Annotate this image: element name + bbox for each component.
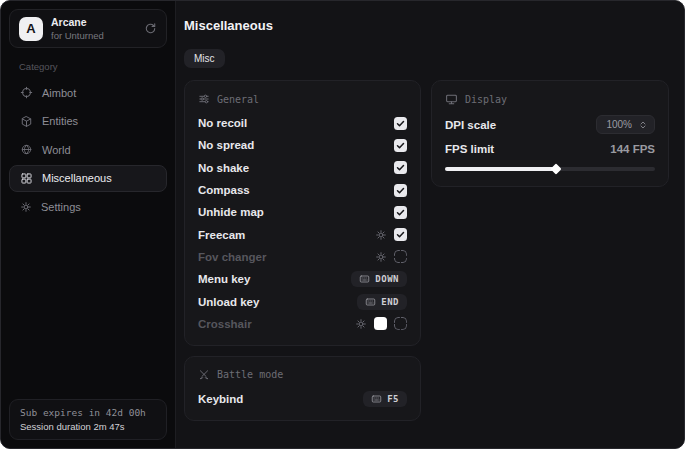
subscription-card: Sub expires in 42d 00h Session duration … <box>9 399 167 440</box>
gear-icon[interactable] <box>375 251 387 263</box>
gear-icon <box>20 201 32 213</box>
color-swatch[interactable] <box>374 317 387 330</box>
left-column: General No recoil No spread No shake Com… <box>184 80 421 421</box>
cube-icon <box>20 115 33 128</box>
battle-mode-card-header: Battle mode <box>198 368 407 382</box>
gear-icon[interactable] <box>355 318 367 330</box>
sync-icon[interactable] <box>144 22 157 35</box>
checkbox-no-spread[interactable] <box>394 139 407 152</box>
setting-row-keybind: Keybind F5 <box>198 388 407 410</box>
setting-label: Compass <box>198 184 250 196</box>
sidebar-item-label: Entities <box>42 115 78 127</box>
main-panel: Miscellaneous Misc General No recoil No … <box>176 1 684 448</box>
keyboard-icon <box>371 394 382 404</box>
setting-row-freecam: Freecam <box>198 223 407 245</box>
sidebar-item-miscellaneous[interactable]: Miscellaneous <box>9 165 167 192</box>
slider-thumb[interactable] <box>551 163 562 174</box>
setting-controls <box>394 206 407 219</box>
checkbox-fov-changer[interactable] <box>394 250 407 263</box>
setting-row-dpi-scale: DPI scale 100% <box>445 112 655 137</box>
setting-controls: F5 <box>363 391 407 407</box>
checkbox-no-recoil[interactable] <box>394 117 407 130</box>
setting-label: Crosshair <box>198 318 252 330</box>
app-logo: A <box>19 17 43 41</box>
grid-icon <box>20 172 33 185</box>
checkbox-crosshair[interactable] <box>394 317 407 330</box>
setting-controls <box>394 161 407 174</box>
checkbox-no-shake[interactable] <box>394 161 407 174</box>
battle-mode-card-title: Battle mode <box>217 369 283 380</box>
sidebar-item-entities[interactable]: Entities <box>9 108 167 135</box>
setting-label: Unload key <box>198 296 259 308</box>
keyboard-icon <box>359 274 370 284</box>
setting-row-unhide-map: Unhide map <box>198 201 407 223</box>
setting-label: Menu key <box>198 273 250 285</box>
setting-row-crosshair: Crosshair <box>198 313 407 335</box>
keybind-button-unload-key[interactable]: END <box>357 294 407 310</box>
setting-controls <box>394 117 407 130</box>
setting-controls <box>394 139 407 152</box>
setting-label: No spread <box>198 139 254 151</box>
app-header: A Arcane for Unturned <box>9 9 167 48</box>
slider-fill <box>445 167 556 171</box>
content-area: General No recoil No spread No shake Com… <box>184 80 669 421</box>
dpi-scale-label: DPI scale <box>445 119 496 131</box>
fps-limit-label: FPS limit <box>445 143 494 155</box>
dpi-scale-select[interactable]: 100% <box>596 115 655 134</box>
sidebar-item-label: Aimbot <box>42 87 76 99</box>
setting-controls <box>375 250 407 263</box>
keybind-button-menu-key[interactable]: DOWN <box>351 271 407 287</box>
setting-row-menu-key: Menu key DOWN <box>198 268 407 290</box>
general-card-header: General <box>198 92 407 106</box>
page-title: Miscellaneous <box>184 18 669 33</box>
fps-limit-slider[interactable] <box>445 162 655 176</box>
setting-controls <box>375 228 407 241</box>
sidebar-item-aimbot[interactable]: Aimbot <box>9 79 167 106</box>
right-column: Display DPI scale 100% FPS limit 144 FPS <box>431 80 669 187</box>
setting-label: Fov changer <box>198 251 266 263</box>
battle-mode-card: Battle mode Keybind F5 <box>184 356 421 421</box>
sidebar-item-label: Miscellaneous <box>42 172 112 184</box>
general-card-title: General <box>217 94 259 105</box>
setting-controls <box>355 317 407 330</box>
general-card: General No recoil No spread No shake Com… <box>184 80 421 346</box>
tab-bar: Misc <box>184 49 669 68</box>
keybind-button-keybind[interactable]: F5 <box>363 391 407 407</box>
battle-mode-rows: Keybind F5 <box>198 388 407 410</box>
checkbox-compass[interactable] <box>394 184 407 197</box>
setting-row-unload-key: Unload key END <box>198 290 407 312</box>
swords-icon <box>198 369 210 381</box>
chevron-updown-icon <box>638 120 648 130</box>
dpi-scale-value: 100% <box>606 119 632 130</box>
sidebar-item-settings[interactable]: Settings <box>9 193 167 220</box>
gear-icon[interactable] <box>375 229 387 241</box>
keyboard-icon <box>365 297 376 307</box>
display-card-header: Display <box>445 92 655 106</box>
sidebar-nav: Aimbot Entities World Miscellaneous Sett… <box>9 79 167 222</box>
setting-label: Freecam <box>198 229 245 241</box>
sidebar-item-label: World <box>42 144 71 156</box>
sidebar-item-world[interactable]: World <box>9 136 167 163</box>
app-title-block: Arcane for Unturned <box>51 16 104 41</box>
fps-limit-value: 144 FPS <box>610 143 655 155</box>
setting-row-no-shake: No shake <box>198 157 407 179</box>
setting-label: Unhide map <box>198 206 264 218</box>
setting-row-no-spread: No spread <box>198 134 407 156</box>
sliders-icon <box>198 93 210 105</box>
tab-misc[interactable]: Misc <box>184 49 225 68</box>
sidebar-item-label: Settings <box>41 201 81 213</box>
setting-controls <box>394 184 407 197</box>
session-duration-text: Session duration 2m 47s <box>20 421 156 432</box>
setting-label: No recoil <box>198 117 247 129</box>
checkbox-freecam[interactable] <box>394 228 407 241</box>
app-window: A Arcane for Unturned Category Aimbot En… <box>0 0 685 449</box>
monitor-icon <box>445 93 458 106</box>
app-subtitle: for Unturned <box>51 30 104 41</box>
general-rows: No recoil No spread No shake Compass Unh… <box>198 112 407 335</box>
display-card: Display DPI scale 100% FPS limit 144 FPS <box>431 80 669 187</box>
setting-controls: DOWN <box>351 271 407 287</box>
setting-row-fps-limit: FPS limit 144 FPS <box>445 137 655 160</box>
category-label: Category <box>19 61 167 72</box>
checkbox-unhide-map[interactable] <box>394 206 407 219</box>
display-card-title: Display <box>465 94 507 105</box>
